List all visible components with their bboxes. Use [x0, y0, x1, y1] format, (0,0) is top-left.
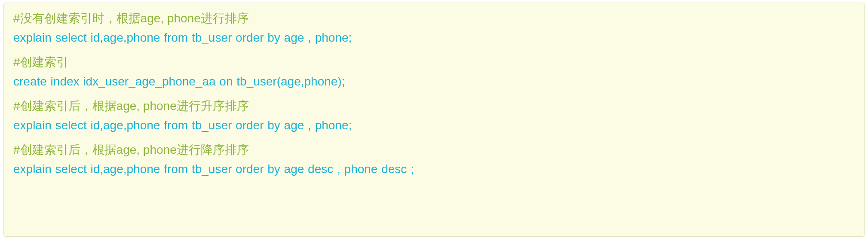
sql-statement: create index idx_user_age_phone_aa on tb… [13, 74, 855, 89]
sql-comment: #创建索引 [13, 55, 855, 70]
sql-comment: #没有创建索引时，根据age, phone进行排序 [13, 11, 855, 26]
sql-comment: #创建索引后，根据age, phone进行升序排序 [13, 98, 855, 113]
sql-statement: explain select id,age,phone from tb_user… [13, 162, 855, 177]
sql-comment: #创建索引后，根据age, phone进行降序排序 [13, 142, 855, 157]
sql-statement: explain select id,age,phone from tb_user… [13, 30, 855, 45]
sql-statement: explain select id,age,phone from tb_user… [13, 118, 855, 133]
code-block: #没有创建索引时，根据age, phone进行排序 explain select… [3, 3, 865, 237]
